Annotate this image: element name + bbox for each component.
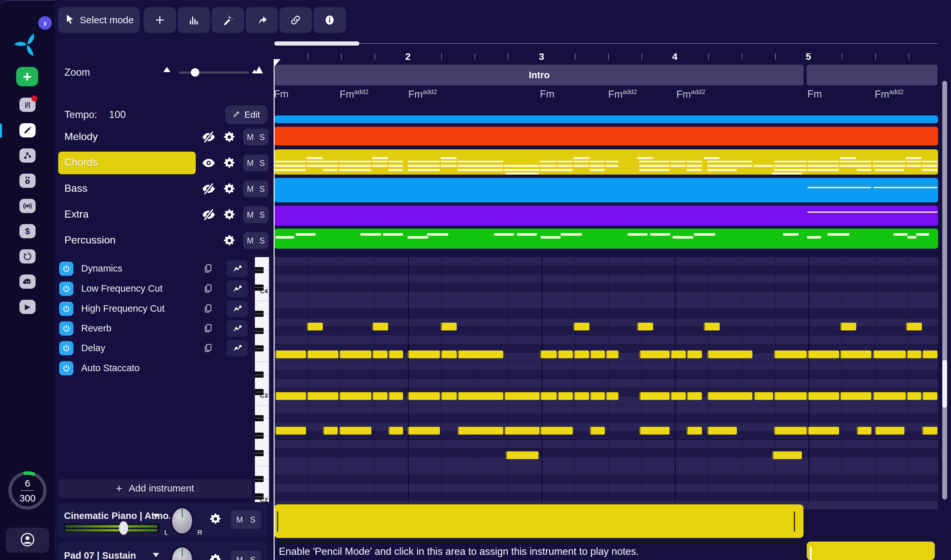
- effect-power-button[interactable]: [59, 302, 73, 316]
- sidebar-item-nodes[interactable]: [19, 148, 35, 163]
- wand-button[interactable]: [211, 7, 244, 33]
- zoom-out-icon[interactable]: [163, 67, 171, 72]
- midi-note[interactable]: [670, 392, 686, 400]
- instrument-name[interactable]: Cinematic Piano | Atmo...: [64, 511, 177, 521]
- midi-note[interactable]: [275, 351, 306, 358]
- automation-curve-button[interactable]: [227, 300, 248, 317]
- track-name-extra[interactable]: Extra: [65, 208, 89, 220]
- midi-note[interactable]: [906, 323, 922, 331]
- midi-note[interactable]: [857, 427, 871, 435]
- automation-curve-button[interactable]: [227, 320, 248, 337]
- midi-note[interactable]: [307, 351, 338, 358]
- solo-button[interactable]: S: [250, 515, 256, 525]
- midi-note[interactable]: [504, 427, 539, 435]
- sidebar-item-pencil[interactable]: [19, 123, 35, 137]
- solo-button[interactable]: S: [259, 158, 265, 168]
- midi-note[interactable]: [275, 427, 306, 435]
- profile-button[interactable]: [6, 528, 49, 553]
- midi-note[interactable]: [506, 451, 539, 459]
- levels-button[interactable]: [177, 7, 210, 33]
- window-zoom-button[interactable]: [34, 9, 41, 16]
- instrument-clip[interactable]: [807, 542, 935, 560]
- select-mode-button[interactable]: Select mode: [58, 7, 140, 33]
- track-name-chords[interactable]: Chords: [65, 157, 98, 168]
- midi-note[interactable]: [557, 351, 573, 358]
- midi-note[interactable]: [388, 392, 403, 400]
- midi-note[interactable]: [458, 427, 503, 435]
- mute-button[interactable]: M: [236, 555, 243, 560]
- instrument-clip[interactable]: [274, 505, 803, 538]
- midi-note[interactable]: [388, 351, 403, 358]
- new-composition-button[interactable]: +: [16, 67, 38, 86]
- copy-icon[interactable]: [203, 303, 213, 314]
- midi-note[interactable]: [875, 427, 905, 435]
- eye-off-icon[interactable]: [202, 208, 216, 222]
- midi-note[interactable]: [772, 451, 802, 459]
- track-settings-gear-icon[interactable]: [223, 234, 236, 247]
- track-settings-gear-icon[interactable]: [223, 131, 236, 143]
- vertical-scrollbar-thumb[interactable]: [942, 360, 947, 408]
- midi-note[interactable]: [590, 427, 605, 435]
- window-close-button[interactable]: [10, 9, 17, 16]
- effect-power-button[interactable]: [59, 282, 73, 296]
- midi-note[interactable]: [606, 351, 618, 358]
- lane-extra[interactable]: [274, 206, 938, 226]
- section-bar[interactable]: Intro: [275, 65, 803, 85]
- automation-curve-button[interactable]: [227, 340, 248, 357]
- midi-note[interactable]: [840, 323, 856, 331]
- effect-power-button[interactable]: [59, 341, 73, 355]
- eye-icon[interactable]: [202, 156, 216, 170]
- plus-button[interactable]: [143, 7, 176, 33]
- info-button[interactable]: [313, 7, 346, 33]
- instrument-settings-gear-icon[interactable]: [209, 553, 222, 560]
- instrument-settings-gear-icon[interactable]: [209, 512, 222, 527]
- copy-icon[interactable]: [203, 283, 213, 294]
- midi-note[interactable]: [590, 392, 605, 400]
- midi-note[interactable]: [707, 351, 752, 358]
- midi-note[interactable]: [922, 392, 937, 400]
- track-settings-gear-icon[interactable]: [223, 182, 236, 195]
- midi-note[interactable]: [922, 351, 937, 358]
- solo-button[interactable]: S: [259, 184, 265, 194]
- window-minimize-button[interactable]: [22, 9, 28, 16]
- track-name-bass[interactable]: Bass: [65, 182, 87, 194]
- effect-power-button[interactable]: [59, 262, 73, 276]
- midi-note[interactable]: [388, 427, 403, 435]
- midi-note[interactable]: [639, 351, 670, 358]
- sidebar-item-dollar[interactable]: $: [19, 224, 35, 238]
- midi-note[interactable]: [275, 392, 306, 400]
- mute-button[interactable]: M: [247, 158, 254, 168]
- lane-bass[interactable]: [274, 178, 938, 202]
- midi-note[interactable]: [372, 351, 387, 358]
- mute-button[interactable]: M: [247, 184, 254, 194]
- midi-note[interactable]: [606, 392, 618, 400]
- midi-note[interactable]: [573, 323, 589, 331]
- midi-note[interactable]: [686, 351, 702, 358]
- midi-note[interactable]: [339, 392, 371, 400]
- horizontal-scrollbar-track[interactable]: [359, 43, 938, 44]
- effect-power-button[interactable]: [59, 361, 73, 375]
- midi-note[interactable]: [873, 351, 906, 358]
- midi-note[interactable]: [774, 351, 807, 358]
- track-settings-gear-icon[interactable]: [223, 157, 236, 169]
- effect-power-button[interactable]: [59, 322, 73, 335]
- sidebar-item-editor[interactable]: |/|: [19, 98, 35, 112]
- vertical-scrollbar-track[interactable]: [942, 81, 947, 500]
- midi-note[interactable]: [307, 392, 338, 400]
- sidebar-item-broadcast[interactable]: [19, 199, 35, 213]
- add-instrument-button[interactable]: + Add instrument: [58, 479, 252, 498]
- midi-note[interactable]: [441, 392, 457, 400]
- track-settings-gear-icon[interactable]: [223, 208, 236, 221]
- volume-slider-thumb[interactable]: [119, 521, 128, 535]
- pan-knob[interactable]: [170, 545, 194, 560]
- midi-note[interactable]: [637, 323, 653, 331]
- midi-note[interactable]: [573, 392, 589, 400]
- solo-button[interactable]: S: [259, 210, 265, 220]
- midi-note[interactable]: [307, 323, 323, 331]
- midi-note[interactable]: [408, 392, 440, 400]
- lane-melody[interactable]: [274, 127, 938, 146]
- midi-note[interactable]: [707, 392, 752, 400]
- tempo-edit-button[interactable]: Edit: [225, 105, 268, 124]
- midi-note[interactable]: [704, 323, 720, 331]
- midi-note[interactable]: [774, 427, 807, 435]
